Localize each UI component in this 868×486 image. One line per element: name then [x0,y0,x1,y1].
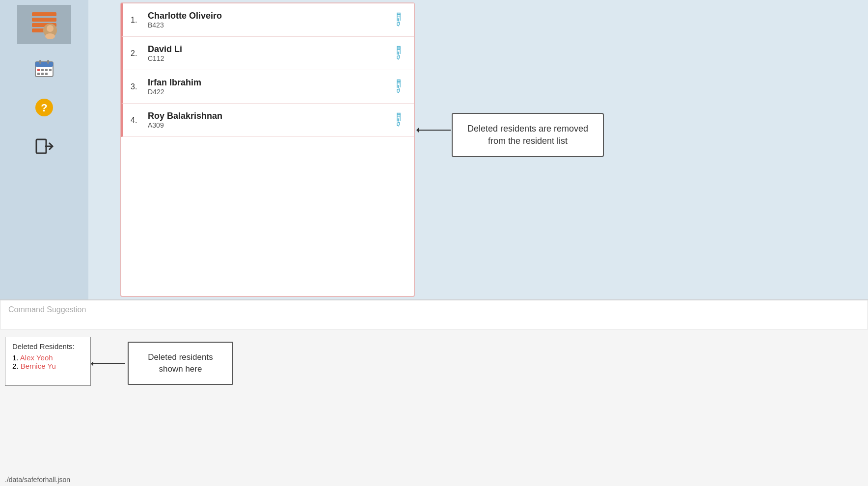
annotation-right-text: Deleted residents are removed from the r… [467,124,588,146]
deleted-resident-name-2: Bernice Yu [21,362,56,370]
svg-rect-11 [37,69,40,71]
svg-line-23 [397,18,400,21]
resident-item-1[interactable]: 1. Charlotte Oliveiro B423 [121,3,414,37]
annotation-bottom-text: Deleted residents shown here [148,352,213,374]
sidebar: ? [0,0,88,299]
resident-name-1: Charlotte Oliveiro [148,11,222,21]
resident-number-3: 3. [131,82,143,91]
svg-line-26 [396,85,399,88]
svg-line-28 [396,118,399,121]
resident-room-2: C112 [148,54,182,62]
calendar-icon[interactable] [34,59,54,83]
deleted-resident-name-1: Alex Yeoh [20,353,53,362]
svg-rect-16 [41,73,44,75]
deleted-resident-1: 1. Alex Yeoh [12,353,83,362]
bottom-area: Command Suggestion Deleted Residents: 1.… [0,299,868,486]
resident-number-2: 2. [131,49,143,58]
svg-rect-1 [32,18,56,22]
syringe-icon-2[interactable] [389,43,409,63]
command-suggestion-area: Command Suggestion [0,300,868,329]
svg-marker-31 [416,128,419,133]
resident-room-3: D422 [148,88,201,96]
svg-rect-10 [47,60,49,64]
svg-rect-20 [36,139,46,153]
svg-rect-12 [41,69,44,71]
deleted-residents-title: Deleted Residents: [12,342,83,351]
svg-rect-15 [37,73,40,75]
resident-name-3: Irfan Ibrahim [148,78,201,88]
avatar [17,5,71,44]
svg-point-6 [45,33,55,39]
resident-room-4: A309 [148,121,222,129]
svg-line-24 [396,52,399,54]
svg-rect-14 [49,69,52,71]
deleted-residents-panel: Deleted Residents: 1. Alex Yeoh 2. Berni… [5,337,91,386]
logout-icon[interactable] [34,136,54,161]
svg-rect-8 [35,62,53,67]
svg-rect-9 [39,60,41,64]
syringe-icon-4[interactable] [389,110,409,130]
deleted-resident-2: 2. Bernice Yu [12,362,83,370]
resident-name-4: Roy Balakrishnan [148,111,222,121]
resident-item-3[interactable]: 3. Irfan Ibrahim D422 [121,70,414,104]
annotation-box-deleted-shown: Deleted residents shown here [128,342,233,385]
resident-room-1: B423 [148,21,222,29]
annotation-arrow-right [416,125,456,135]
svg-marker-33 [91,361,93,366]
svg-line-22 [396,18,399,21]
resident-item-4[interactable]: 4. Roy Balakrishnan A309 [121,104,414,137]
resident-number-1: 1. [131,16,143,25]
annotation-box-deleted-removed: Deleted residents are removed from the r… [452,113,604,157]
svg-rect-13 [45,69,48,71]
command-suggestion-label: Command Suggestion [8,305,86,314]
syringe-icon-1[interactable] [389,10,409,30]
svg-point-5 [47,25,54,32]
annotation-arrow-bottom [91,359,130,369]
resident-name-2: David Li [148,44,182,54]
resident-list-panel: 1. Charlotte Oliveiro B423 2. David Li C… [120,2,415,297]
resident-number-4: 4. [131,116,143,125]
svg-rect-17 [45,73,48,75]
svg-line-29 [397,118,400,121]
svg-line-25 [397,52,400,54]
svg-rect-0 [32,12,56,16]
resident-item-2[interactable]: 2. David Li C112 [121,37,414,70]
svg-line-27 [397,85,400,88]
svg-text:?: ? [41,102,47,114]
syringe-icon-3[interactable] [389,77,409,97]
help-icon[interactable]: ? [34,98,54,122]
file-path: ./data/safeforhall.json [5,476,70,484]
